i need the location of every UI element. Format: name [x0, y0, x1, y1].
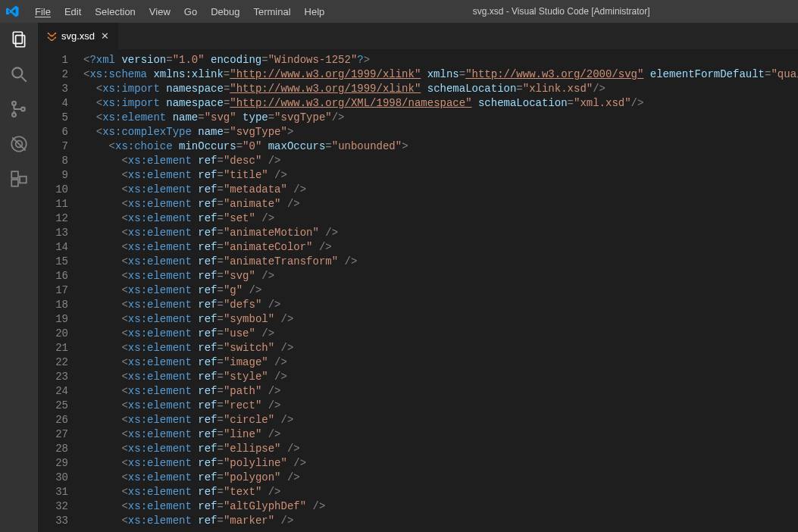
line-number: 7: [38, 139, 68, 154]
tab-svg-xsd[interactable]: svg.xsd ✕: [38, 23, 119, 49]
line-number: 19: [38, 312, 68, 327]
code-line[interactable]: <xs:choice minOccurs="0" maxOccurs="unbo…: [83, 139, 798, 154]
line-number: 14: [38, 240, 68, 255]
svg-line-8: [12, 137, 25, 150]
menu-go[interactable]: Go: [178, 4, 203, 20]
svg-rect-11: [11, 180, 18, 186]
svg-rect-12: [20, 177, 27, 183]
line-number: 26: [38, 413, 68, 427]
code-line[interactable]: <xs:import namespace="http://www.w3.org/…: [83, 82, 798, 96]
source-control-icon[interactable]: [8, 99, 30, 120]
debug-icon[interactable]: [8, 133, 30, 155]
line-number: 16: [38, 269, 68, 283]
code-line[interactable]: <xs:element ref="animate" />: [83, 197, 798, 211]
tab-bar: svg.xsd ✕: [38, 23, 798, 49]
code-line[interactable]: <xs:element ref="title" />: [83, 168, 798, 183]
line-number: 25: [38, 399, 68, 413]
svg-rect-1: [16, 36, 25, 47]
code-line[interactable]: <xs:element ref="symbol" />: [83, 312, 798, 327]
line-number: 29: [38, 456, 68, 471]
code-line[interactable]: <xs:element ref="use" />: [83, 327, 798, 341]
menu-view[interactable]: View: [143, 4, 177, 20]
svg-rect-0: [13, 32, 22, 43]
search-icon[interactable]: [8, 64, 30, 85]
line-number: 22: [38, 355, 68, 370]
svg-point-6: [21, 108, 25, 111]
editor-area: svg.xsd ✕ 123456789101112131415161718192…: [38, 23, 798, 532]
tab-label: svg.xsd: [61, 30, 95, 42]
line-number: 9: [38, 168, 68, 183]
code-line[interactable]: <xs:element ref="circle" />: [83, 413, 798, 427]
code-line[interactable]: <xs:element ref="desc" />: [83, 154, 798, 168]
line-number: 10: [38, 183, 68, 197]
workbench: svg.xsd ✕ 123456789101112131415161718192…: [0, 23, 798, 532]
code-line[interactable]: <xs:element ref="animateMotion" />: [83, 226, 798, 240]
menu-selection[interactable]: Selection: [89, 4, 141, 20]
menu-help[interactable]: Help: [299, 4, 331, 20]
code-line[interactable]: <xs:element ref="svg" />: [83, 269, 798, 283]
line-number: 28: [38, 442, 68, 456]
menu-terminal[interactable]: Terminal: [247, 4, 296, 20]
window-title: svg.xsd - Visual Studio Code [Administra…: [330, 6, 792, 17]
code-line[interactable]: <xs:element ref="defs" />: [83, 298, 798, 312]
menu-file[interactable]: File: [29, 4, 57, 20]
explorer-icon[interactable]: [8, 29, 30, 50]
code-editor[interactable]: 1234567891011121314151617181920212223242…: [38, 49, 798, 532]
line-number-gutter: 1234567891011121314151617181920212223242…: [38, 49, 83, 532]
line-number: 11: [38, 197, 68, 211]
activity-bar: [0, 23, 38, 532]
menu-bar: File Edit Selection View Go Debug Termin…: [29, 4, 330, 20]
line-number: 5: [38, 111, 68, 125]
code-line[interactable]: <xs:element ref="altGlyphDef" />: [83, 499, 798, 514]
code-line[interactable]: <xs:element ref="polyline" />: [83, 456, 798, 471]
code-line[interactable]: <xs:element ref="switch" />: [83, 341, 798, 355]
line-number: 1: [38, 53, 68, 67]
tab-close-icon[interactable]: ✕: [99, 30, 111, 42]
code-line[interactable]: <?xml version="1.0" encoding="Windows-12…: [83, 53, 798, 67]
line-number: 6: [38, 125, 68, 139]
menu-edit[interactable]: Edit: [58, 4, 87, 20]
svg-point-4: [12, 102, 16, 105]
code-line[interactable]: <xs:element ref="set" />: [83, 211, 798, 226]
line-number: 32: [38, 499, 68, 514]
line-number: 18: [38, 298, 68, 312]
extensions-icon[interactable]: [8, 168, 30, 189]
code-line[interactable]: <xs:element ref="text" />: [83, 485, 798, 499]
code-line[interactable]: <xs:complexType name="svgType">: [83, 125, 798, 139]
code-line[interactable]: <xs:element ref="line" />: [83, 427, 798, 442]
line-number: 8: [38, 154, 68, 168]
code-line[interactable]: <xs:element ref="marker" />: [83, 514, 798, 528]
line-number: 27: [38, 427, 68, 442]
line-number: 13: [38, 226, 68, 240]
line-number: 24: [38, 384, 68, 399]
xml-file-icon: [45, 30, 57, 42]
code-line[interactable]: <xs:import namespace="http://www.w3.org/…: [83, 96, 798, 111]
code-line[interactable]: <xs:element ref="style" />: [83, 370, 798, 384]
line-number: 33: [38, 514, 68, 528]
line-number: 20: [38, 327, 68, 341]
line-number: 31: [38, 485, 68, 499]
line-number: 3: [38, 82, 68, 96]
code-content[interactable]: <?xml version="1.0" encoding="Windows-12…: [83, 49, 798, 532]
code-line[interactable]: <xs:element ref="animateTransform" />: [83, 255, 798, 269]
line-number: 2: [38, 67, 68, 82]
code-line[interactable]: <xs:element name="svg" type="svgType"/>: [83, 111, 798, 125]
code-line[interactable]: <xs:element ref="metadata" />: [83, 183, 798, 197]
code-line[interactable]: <xs:element ref="ellipse" />: [83, 442, 798, 456]
vscode-logo-icon: [6, 5, 20, 18]
code-line[interactable]: <xs:element ref="animateColor" />: [83, 240, 798, 255]
code-line[interactable]: <xs:element ref="polygon" />: [83, 471, 798, 485]
menu-debug[interactable]: Debug: [205, 4, 246, 20]
code-line[interactable]: <xs:element ref="rect" />: [83, 399, 798, 413]
line-number: 15: [38, 255, 68, 269]
code-line[interactable]: <xs:schema xmlns:xlink="http://www.w3.or…: [83, 67, 798, 82]
title-bar: File Edit Selection View Go Debug Termin…: [0, 0, 798, 23]
svg-rect-10: [11, 171, 18, 178]
svg-point-5: [12, 113, 16, 117]
code-line[interactable]: <xs:element ref="image" />: [83, 355, 798, 370]
line-number: 30: [38, 471, 68, 485]
line-number: 23: [38, 370, 68, 384]
code-line[interactable]: <xs:element ref="g" />: [83, 283, 798, 298]
code-line[interactable]: <xs:element ref="path" />: [83, 384, 798, 399]
line-number: 12: [38, 211, 68, 226]
